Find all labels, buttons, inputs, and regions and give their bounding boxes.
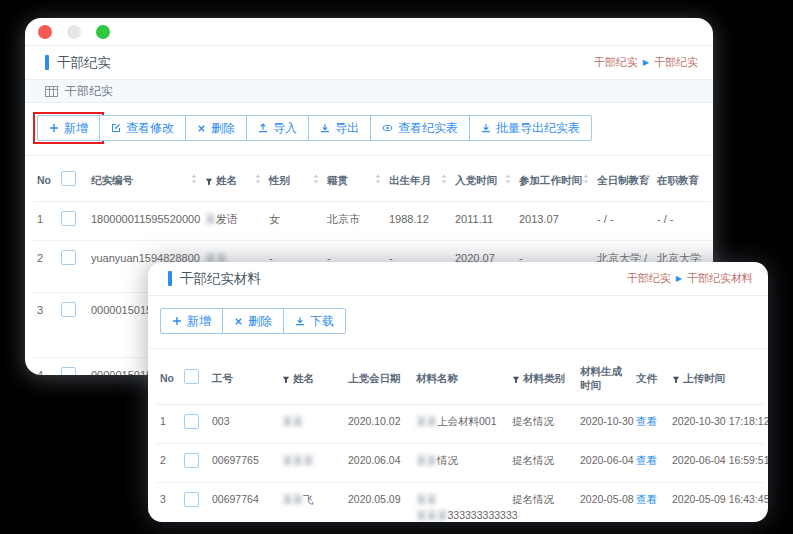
table-cell: 2: [156, 444, 180, 483]
grid-icon: [45, 86, 58, 97]
table-cell: 2020-06-04: [576, 444, 632, 483]
column-header-edu_ft[interactable]: 全日制教育: [593, 156, 653, 202]
table-cell: 00697765: [208, 444, 278, 483]
add-button[interactable]: 新增: [160, 308, 223, 334]
plus-icon: [49, 123, 59, 133]
redacted-text: 某某: [282, 493, 303, 505]
materials-toolbar: 新增删除下载: [148, 296, 768, 349]
view-edit-button[interactable]: 查看修改: [99, 115, 186, 141]
delete-button[interactable]: 删除: [222, 308, 284, 334]
export-button[interactable]: 导出: [308, 115, 371, 141]
view-record-table-button[interactable]: 查看纪实表: [370, 115, 470, 141]
page-title-text: 干部纪实材料: [180, 270, 261, 288]
add-button[interactable]: 新增: [37, 115, 100, 141]
table-cell: 查看: [632, 482, 668, 522]
table-cell: 00697764: [208, 482, 278, 522]
table-row[interactable]: 1003某某2020.10.02某某上会材料001提名情况2020-10-30查…: [156, 405, 764, 444]
table-row[interactable]: 1180000011595520000某发语女北京市1988.122011.11…: [33, 202, 711, 241]
table-cell: 180000011595520000: [87, 202, 201, 241]
redacted-text: 某某: [416, 493, 437, 505]
download-button[interactable]: 下载: [283, 308, 346, 334]
table-cell: 3: [33, 292, 57, 357]
column-header-party[interactable]: 入党时间: [451, 156, 515, 202]
column-header-cat: 材料类别: [508, 349, 576, 405]
filter-icon: [282, 376, 290, 384]
column-label: 工号: [212, 372, 233, 384]
view-file-link[interactable]: 查看: [636, 454, 657, 466]
filter-icon: [672, 376, 680, 384]
column-header-origin[interactable]: 籍贯: [323, 156, 385, 202]
column-header-edu_job: 在职教育: [653, 156, 711, 202]
table-row[interactable]: 300697764某某飞2020.05.09某某某某某333333333333提…: [156, 482, 764, 522]
button-label: 下载: [310, 313, 334, 330]
column-header-work[interactable]: 参加工作时间: [515, 156, 593, 202]
table-cell: 某某某某某333333333333: [412, 482, 508, 522]
breadcrumb-item[interactable]: 干部纪实: [594, 55, 638, 70]
select-all-checkbox[interactable]: [184, 369, 199, 384]
column-label: No: [160, 372, 174, 384]
table-cell: 2020-10-30 17:18:12: [668, 405, 764, 444]
plus-icon: [172, 316, 182, 326]
table-cell: 某某上会材料001: [412, 405, 508, 444]
column-header-file: 文件: [632, 349, 668, 405]
batch-export-button[interactable]: 批量导出纪实表: [469, 115, 592, 141]
table-cell: 3: [156, 482, 180, 522]
breadcrumb-item[interactable]: 干部纪实: [627, 271, 671, 286]
zoom-button[interactable]: [96, 25, 110, 39]
table-cell: 2020.06.04: [344, 444, 412, 483]
delete-button[interactable]: 删除: [185, 115, 247, 141]
minimize-button[interactable]: [67, 25, 81, 39]
column-header-name[interactable]: 姓名: [201, 156, 265, 202]
row-checkbox[interactable]: [184, 492, 199, 507]
button-label: 查看修改: [126, 120, 174, 137]
column-header-cb: [57, 156, 87, 202]
column-label: 性别: [269, 174, 290, 186]
screen: 干部纪实 干部纪实▶干部纪实 干部纪实 新增查看修改删除导入导出查看纪实表批量导…: [0, 0, 793, 534]
column-label: 出生年月: [389, 174, 431, 186]
table-cell: 2020-06-04 16:59:51: [668, 444, 764, 483]
close-button[interactable]: [38, 25, 52, 39]
view-file-link[interactable]: 查看: [636, 415, 657, 427]
column-header-birth[interactable]: 出生年月: [385, 156, 451, 202]
window-titlebar: [25, 18, 713, 46]
table-cell: 某某: [278, 405, 344, 444]
row-checkbox[interactable]: [61, 302, 76, 317]
x-icon: [197, 124, 206, 133]
column-header-mat: 材料名称: [412, 349, 508, 405]
table-cell: [180, 482, 208, 522]
table-cell: - / -: [653, 202, 711, 241]
table-cell: 北京市: [323, 202, 385, 241]
column-header-gender[interactable]: 性别: [265, 156, 323, 202]
select-all-checkbox[interactable]: [61, 171, 76, 186]
row-checkbox[interactable]: [61, 250, 76, 265]
column-header-id[interactable]: 纪实编号: [87, 156, 201, 202]
filter-icon: [205, 178, 213, 186]
column-label: 籍贯: [327, 174, 348, 186]
table-cell: 2020-05-08: [576, 482, 632, 522]
view-file-link[interactable]: 查看: [636, 493, 657, 505]
column-label: 上传时间: [683, 372, 725, 384]
row-checkbox[interactable]: [184, 453, 199, 468]
table-cell: 某某情况: [412, 444, 508, 483]
redacted-text: 某某: [416, 415, 437, 427]
breadcrumb-arrow-icon: ▶: [643, 59, 649, 67]
table-cell: 女: [265, 202, 323, 241]
table-cell: 1: [156, 405, 180, 444]
row-checkbox[interactable]: [61, 367, 76, 375]
title-accent-bar: [168, 271, 172, 286]
redacted-text: 某某: [282, 415, 303, 427]
row-checkbox[interactable]: [61, 211, 76, 226]
table-cell: 某某飞: [278, 482, 344, 522]
redacted-text: 某某某: [282, 454, 314, 466]
breadcrumb: 干部纪实▶干部纪实材料: [627, 271, 753, 286]
table-cell: 2011.11: [451, 202, 515, 241]
table-row[interactable]: 200697765某某某2020.06.04某某情况提名情况2020-06-04…: [156, 444, 764, 483]
table-cell: 4: [33, 357, 57, 375]
import-button[interactable]: 导入: [246, 115, 309, 141]
download-icon: [295, 316, 305, 326]
table-cell: [180, 444, 208, 483]
row-checkbox[interactable]: [184, 414, 199, 429]
title-accent-bar: [45, 55, 49, 70]
sort-icon: [254, 174, 262, 184]
column-label: 姓名: [293, 372, 314, 384]
